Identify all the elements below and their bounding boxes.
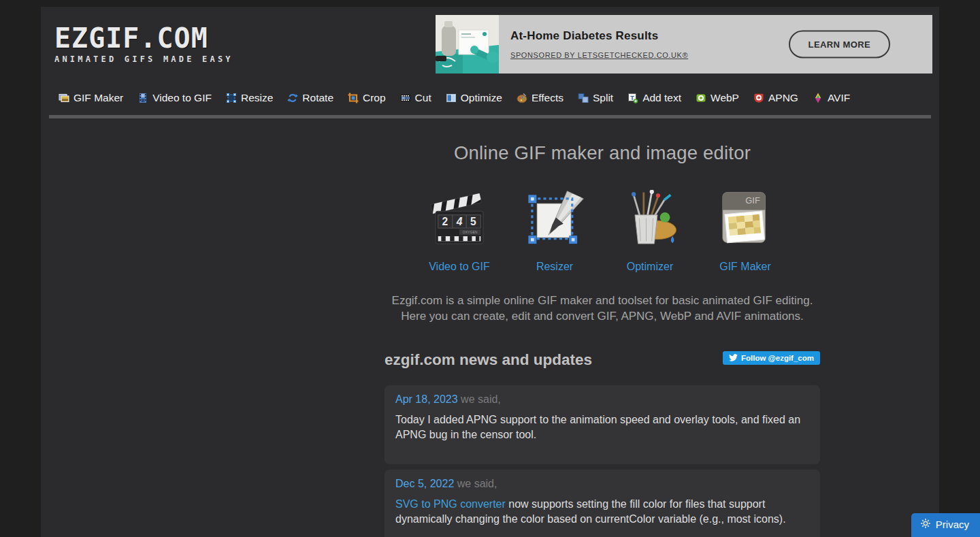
ad-product-image — [436, 15, 499, 74]
nav-item-apng[interactable]: APNG — [753, 92, 798, 104]
twitter-bird-icon — [729, 353, 738, 363]
tool-label: GIF Maker — [707, 261, 783, 273]
nav-item-rotate[interactable]: Rotate — [287, 92, 333, 104]
svg-text:OXYGEN: OXYGEN — [463, 230, 478, 234]
post-date-link[interactable]: Dec 5, 2022 — [395, 478, 454, 489]
nav-label: APNG — [768, 92, 798, 104]
gif-maker-icon — [59, 93, 69, 103]
clapperboard-icon: 2 4 5 OXYGEN — [428, 190, 491, 253]
page-container: EZGIF.COM ANIMATED GIFS MADE EASY — [41, 7, 939, 537]
privacy-button[interactable]: Privacy — [911, 513, 980, 537]
nav-item-webp[interactable]: WebP — [696, 92, 739, 104]
post-body: Today I added APNG support to the animat… — [395, 412, 809, 442]
optimize-icon — [446, 93, 457, 103]
logo-title: EZGIF.COM — [54, 25, 233, 52]
gif-file-icon: GIF — [714, 190, 777, 253]
nav-item-resize[interactable]: Resize — [226, 92, 273, 104]
tool-label: Resizer — [517, 261, 593, 273]
post-body: SVG to PNG converter now supports settin… — [395, 497, 809, 527]
main-nav: GIF Maker Video to GIF Resize Rotate Cro… — [41, 87, 939, 109]
add-text-icon: T — [627, 93, 638, 103]
crop-icon — [348, 93, 359, 103]
video-to-gif-icon — [137, 93, 148, 103]
nav-label: Optimize — [461, 92, 502, 104]
tool-label: Video to GIF — [421, 261, 497, 273]
ad-title: At-Home Diabetes Results — [510, 29, 688, 43]
post-said: we said, — [457, 478, 497, 489]
effects-icon — [517, 93, 527, 103]
apng-icon — [753, 93, 764, 103]
news-posts: Apr 18, 2023 we said, Today I added APNG… — [385, 385, 820, 537]
nav-divider — [49, 115, 931, 118]
privacy-label: Privacy — [936, 519, 969, 530]
description-line-2: Here you can create, edit and convert GI… — [401, 310, 804, 323]
nav-item-effects[interactable]: Effects — [517, 92, 564, 104]
nav-label: Crop — [363, 92, 386, 104]
nav-label: Video to GIF — [152, 92, 212, 104]
cut-icon — [400, 93, 411, 103]
nav-item-cut[interactable]: Cut — [400, 92, 431, 104]
svg-text:2: 2 — [442, 216, 448, 227]
webp-icon — [696, 93, 706, 103]
avif-icon — [813, 93, 823, 103]
nav-label: Cut — [415, 92, 431, 104]
post-date-link[interactable]: Apr 18, 2023 — [395, 393, 458, 405]
twitter-follow-label: Follow @ezgif_com — [741, 354, 814, 362]
description-line-1: Ezgif.com is a simple online GIF maker a… — [392, 294, 813, 307]
news-post: Apr 18, 2023 we said, Today I added APNG… — [385, 385, 820, 464]
nav-label: GIF Maker — [74, 92, 123, 104]
nav-label: Rotate — [302, 92, 333, 104]
ad-banner[interactable]: At-Home Diabetes Results SPONSORED BY LE… — [436, 15, 932, 74]
main-content: Online GIF maker and image editor 2 4 5 … — [385, 119, 820, 537]
nav-label: Resize — [241, 92, 273, 104]
nav-item-split[interactable]: Split — [578, 92, 613, 104]
paint-palette-icon — [619, 190, 681, 253]
site-description: Ezgif.com is a simple online GIF maker a… — [385, 293, 820, 324]
nav-label: Split — [593, 92, 613, 104]
post-inline-link[interactable]: SVG to PNG converter — [395, 498, 506, 510]
post-said: we said, — [461, 393, 501, 405]
svg-text:4: 4 — [456, 216, 463, 227]
post-text: Today I added APNG support to the animat… — [395, 414, 800, 440]
tool-optimizer[interactable]: Optimizer — [612, 190, 688, 273]
resize-icon — [226, 93, 237, 103]
learn-more-button[interactable]: LEARN MORE — [789, 31, 890, 59]
nav-item-gif-maker[interactable]: GIF Maker — [59, 92, 123, 104]
tool-gif-maker[interactable]: GIF GIF Maker — [707, 190, 783, 273]
nav-label: Add text — [642, 92, 681, 104]
resizer-selection-icon — [523, 190, 586, 253]
twitter-follow-button[interactable]: Follow @ezgif_com — [723, 351, 820, 365]
nav-label: AVIF — [828, 92, 850, 104]
ad-sponsor-link[interactable]: SPONSORED BY LETSGETCHECKED.CO.UK® — [510, 51, 688, 59]
nav-item-optimize[interactable]: Optimize — [446, 92, 502, 104]
nav-item-crop[interactable]: Crop — [348, 92, 386, 104]
nav-label: WebP — [710, 92, 739, 104]
svg-text:5: 5 — [470, 216, 476, 227]
rotate-icon — [287, 93, 298, 103]
site-logo[interactable]: EZGIF.COM ANIMATED GIFS MADE EASY — [54, 25, 233, 64]
gear-icon — [920, 518, 931, 531]
nav-item-avif[interactable]: AVIF — [813, 92, 850, 104]
svg-text:GIF: GIF — [745, 195, 760, 206]
tool-resizer[interactable]: Resizer — [517, 190, 593, 273]
logo-tagline: ANIMATED GIFS MADE EASY — [54, 54, 233, 64]
nav-label: Effects — [532, 92, 564, 104]
tool-video-to-gif[interactable]: 2 4 5 OXYGEN Video to GIF — [421, 190, 497, 273]
split-icon — [578, 93, 589, 103]
nav-item-video-to-gif[interactable]: Video to GIF — [137, 92, 212, 104]
news-heading: ezgif.com news and updates — [385, 351, 592, 368]
page-title: Online GIF maker and image editor — [385, 142, 820, 164]
tool-label: Optimizer — [612, 261, 688, 273]
tool-shortcuts: 2 4 5 OXYGEN Video to GIF — [385, 190, 820, 273]
nav-item-add-text[interactable]: T Add text — [627, 92, 681, 104]
news-post: Dec 5, 2022 we said, SVG to PNG converte… — [385, 470, 820, 537]
